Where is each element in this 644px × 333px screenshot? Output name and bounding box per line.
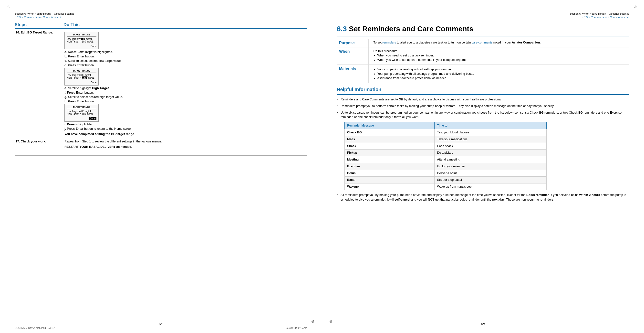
- materials-label: Materials: [337, 65, 368, 83]
- right-main-content: 6.3 Set Reminders and Care Comments Purp…: [337, 22, 629, 202]
- device1-row2: High Target = 180 mg/dL: [67, 40, 96, 43]
- step-17-text: Repeat from Step 1 to review the differe…: [64, 140, 306, 143]
- when-label: When: [337, 47, 368, 65]
- reminder-table-row: Check BGTest your blood glucose: [345, 129, 546, 136]
- left-section-subheader: 6.3 Set Reminders and Care Comments: [15, 16, 307, 19]
- device2-row2: High Target = 180 mg/dL: [67, 77, 96, 79]
- reminder-table-row: PickupDo a pickup: [345, 150, 546, 156]
- device3-done: Done: [67, 117, 96, 120]
- step-17-restart: RESTART YOUR BASAL DELIVERY as needed.: [64, 145, 306, 149]
- reminder-table: Reminder Message Time to Check BGTest yo…: [344, 122, 546, 190]
- right-page-number: 124: [480, 322, 485, 326]
- reminders-link: reminders: [382, 41, 396, 44]
- left-page-number: 123: [158, 322, 163, 326]
- step-16-row: 16. Edit BG Target Range. TARGET RANGE L…: [15, 29, 307, 138]
- reminder-table-row: MedsTake your medications: [345, 136, 546, 143]
- step-17-label: 17. Check your work.: [15, 138, 64, 151]
- substep-h: h.Press Enter button.: [64, 100, 306, 103]
- helpful-bullet-3: Up to six separate reminders can be prog…: [337, 110, 629, 190]
- helpful-bullet-1: Reminders and Care Comments are set to O…: [337, 97, 629, 102]
- reminder-time-3: Do a pickup: [434, 150, 546, 156]
- helpful-info-title: Helpful Information: [337, 87, 629, 92]
- device2-done: Done: [67, 81, 96, 84]
- reminder-time-6: Deliver a bolus: [434, 170, 546, 177]
- steps-table: Steps Do This 16. Edit BG Target Range. …: [15, 22, 307, 151]
- reminder-message-5: Exercise: [345, 163, 434, 170]
- substep-d: d.Press Enter button.: [64, 64, 306, 67]
- left-top-divider: [15, 20, 307, 20]
- right-section-header-wrapper: Section 6: When You're Ready – Optional …: [337, 12, 629, 19]
- reminder-message-7: Basal: [345, 177, 434, 183]
- step-16-content: TARGET RANGE Low Target = 80 mg/dL High …: [64, 29, 307, 138]
- reminder-time-1: Take your medications: [434, 136, 546, 143]
- left-footer-date: 2/9/09 11:29:45 AM: [286, 327, 307, 329]
- substep-b: b.Press Enter button.: [64, 55, 306, 58]
- device-screen-3: TARGET RANGE Low Target = 80 mg/dL High …: [64, 104, 99, 122]
- reminder-message-3: Pickup: [345, 150, 434, 156]
- right-page: ⊕ ⊕ Section 6: When You're Ready – Optio…: [322, 0, 644, 333]
- left-bottom-divider: [15, 155, 307, 156]
- chapter-title-divider: [337, 36, 629, 37]
- device1-done: Done: [67, 45, 96, 48]
- crosshair-br: ⊕: [311, 319, 314, 323]
- reminder-message-0: Check BG: [345, 129, 434, 136]
- purpose-row: Purpose To set reminders to alert you to…: [337, 39, 629, 47]
- care-comments-link: care comments: [472, 41, 492, 44]
- reminder-table-row: WakeupWake up from naps/sleep: [345, 183, 546, 190]
- substeps-i-j: i.Done is highlighted. j.Press Enter but…: [64, 123, 306, 130]
- when-intro: Do this procedure:: [374, 49, 627, 53]
- helpful-bullets: Reminders and Care Comments are set to O…: [337, 97, 629, 202]
- materials-bullet-2: Your pump operating with all settings pr…: [378, 72, 627, 76]
- reminder-message-4: Meeting: [345, 156, 434, 163]
- when-bullet-2: When you wish to set up care comments in…: [378, 58, 627, 62]
- substep-a: a.Notice Low Target is highlighted.: [64, 50, 306, 54]
- col-steps: Steps: [15, 22, 64, 29]
- reminder-message-8: Wakeup: [345, 183, 434, 190]
- device3-row2: High Target = 180 mg/dL: [67, 113, 96, 115]
- reminder-table-row: BasalStart or stop basal: [345, 177, 546, 183]
- chapter-title: 6.3 Set Reminders and Care Comments: [337, 25, 629, 33]
- info-table: Purpose To set reminders to alert you to…: [337, 39, 629, 83]
- crosshair-bl: ⊕: [329, 319, 332, 323]
- reminder-time-8: Wake up from naps/sleep: [434, 183, 546, 190]
- substep-g: g.Scroll to select desired high target v…: [64, 95, 306, 99]
- materials-content: Your companion operating with all settin…: [368, 65, 629, 83]
- materials-bullet-1: Your companion operating with all settin…: [378, 68, 627, 71]
- substep-e: e.Scroll to highlight High Target.: [64, 87, 306, 90]
- substep-j: j.Press Enter button to return to the Ho…: [64, 127, 306, 130]
- helpful-divider: [337, 94, 629, 95]
- reminder-message-6: Bolus: [345, 170, 434, 177]
- left-section-header: Section 6: When You're Ready – Optional …: [15, 12, 307, 15]
- substep-f: f.Press Enter button.: [64, 91, 306, 94]
- reminder-time-0: Test your blood glucose: [434, 129, 546, 136]
- when-content: Do this procedure: When you need to set …: [368, 47, 629, 65]
- materials-row: Materials Your companion operating with …: [337, 65, 629, 83]
- right-section-subheader: 6.3 Set Reminders and Care Comments: [337, 16, 629, 19]
- reminder-time-2: Eat a snack: [434, 143, 546, 150]
- step-16-label: 16. Edit BG Target Range.: [15, 29, 64, 138]
- device-screen-1: TARGET RANGE Low Target = 80 mg/dL High …: [64, 32, 99, 49]
- reminder-table-row: MeetingAttend a meeting: [345, 156, 546, 163]
- step-17-row: 17. Check your work. Repeat from Step 1 …: [15, 138, 307, 151]
- helpful-bullet-4: All reminders prompt you by making your …: [337, 193, 629, 202]
- completion-text: You have completed editing the BG target…: [64, 132, 306, 136]
- reminder-time-4: Attend a meeting: [434, 156, 546, 163]
- left-footer-doc: DOC15736_Rev-A-Man.indd 123-124: [15, 327, 56, 329]
- when-bullets: When you need to set up a task reminder.…: [374, 54, 627, 62]
- device3-row1: Low Target = 80 mg/dL: [67, 110, 96, 113]
- materials-bullet-3: Assistance from healthcare professional …: [378, 77, 627, 80]
- reminder-time-7: Start or stop basal: [434, 177, 546, 183]
- when-row: When Do this procedure: When you need to…: [337, 47, 629, 65]
- substeps-e-h: e.Scroll to highlight High Target. f.Pre…: [64, 87, 306, 103]
- crosshair-tr: ⊕: [634, 5, 637, 9]
- col-do-this: Do This: [64, 22, 307, 29]
- device2-row1: Low Target = 80 mg/dL: [67, 74, 96, 77]
- device1-row1: Low Target = 80 mg/dL: [67, 38, 96, 40]
- helpful-bullet-2: Reminders prompt you to perform certain …: [337, 104, 629, 109]
- purpose-content: To set reminders to alert you to a diabe…: [368, 39, 629, 47]
- reminder-table-header-time: Time to: [434, 122, 546, 129]
- device1-title: TARGET RANGE: [67, 34, 96, 37]
- when-bullet-1: When you need to set up a task reminder.: [378, 54, 627, 57]
- right-top-divider: [337, 20, 629, 20]
- right-section-header: Section 6: When You're Ready – Optional …: [337, 12, 629, 15]
